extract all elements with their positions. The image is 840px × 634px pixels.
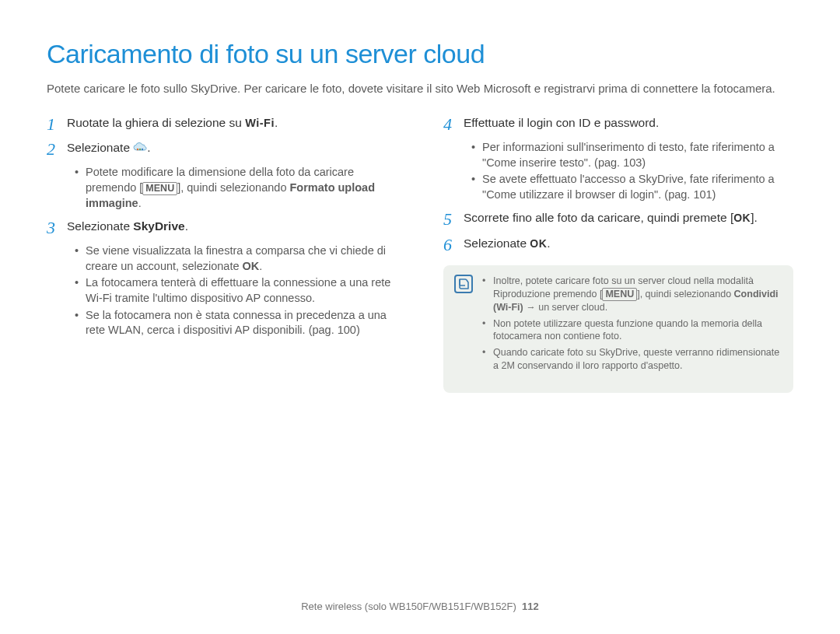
bullet: Potete modificare la dimensione della fo… <box>75 165 397 211</box>
page-title: Caricamento di foto su un server cloud <box>47 39 793 69</box>
cloud-icon <box>133 141 147 150</box>
left-column: 1 Ruotate la ghiera di selezione su Wi-F… <box>47 115 397 393</box>
svg-point-1 <box>139 149 141 150</box>
text: un server cloud. <box>538 302 607 313</box>
step-number: 3 <box>47 219 67 237</box>
svg-point-0 <box>137 149 138 150</box>
step-text: Scorrete fino alle foto da caricare, qui… <box>464 210 758 226</box>
text: . <box>259 260 262 272</box>
arrow: → <box>523 302 538 313</box>
page-footer: Rete wireless (solo WB150F/WB151F/WB152F… <box>0 601 840 612</box>
bold-text: OK <box>243 260 260 272</box>
step-number: 2 <box>47 140 67 159</box>
bullet: La fotocamera tenterà di effettuare la c… <box>75 275 397 306</box>
text: ], quindi selezionando <box>177 181 289 194</box>
step-text: Selezionate SkyDrive. <box>67 219 188 235</box>
right-column: 4 Effettuate il login con ID e password.… <box>443 115 793 393</box>
text: . <box>138 197 142 209</box>
note-bullets: Inoltre, potete caricare foto su un serv… <box>482 275 782 376</box>
text: . <box>275 116 278 129</box>
ok-label: OK <box>530 237 547 250</box>
step-text: Ruotate la ghiera di selezione su Wi-Fi. <box>67 115 278 131</box>
bullet: Quando caricate foto su SkyDrive, queste… <box>482 346 782 373</box>
text: Ruotate la ghiera di selezione su <box>67 116 245 129</box>
step-number: 6 <box>443 236 464 254</box>
step-number: 4 <box>443 115 464 134</box>
step-4: 4 Effettuate il login con ID e password. <box>443 115 793 134</box>
text: ], quindi selezionando <box>637 289 733 299</box>
page-number: 112 <box>522 601 539 612</box>
step-6: 6 Selezionate OK. <box>443 236 793 254</box>
text: . <box>147 141 150 154</box>
step-3: 3 Selezionate SkyDrive. <box>47 219 397 237</box>
bold-text: SkyDrive <box>133 219 184 233</box>
step-3-bullets: Se viene visualizzata la finestra a comp… <box>75 243 397 338</box>
note-icon <box>454 275 473 293</box>
bullet: Inoltre, potete caricare foto su un serv… <box>482 275 782 314</box>
bullet: Per informazioni sull'inserimento di tes… <box>471 140 793 170</box>
bullet: Se avete effettuato l'accesso a SkyDrive… <box>471 172 793 202</box>
bullet: Se viene visualizzata la finestra a comp… <box>75 243 397 274</box>
step-1: 1 Ruotate la ghiera di selezione su Wi-F… <box>47 115 397 134</box>
footer-text: Rete wireless (solo WB150F/WB151F/WB152F… <box>301 601 516 612</box>
text: Selezionate <box>67 219 133 233</box>
content-columns: 1 Ruotate la ghiera di selezione su Wi-F… <box>47 115 793 393</box>
text: Selezionate <box>464 236 530 250</box>
step-2: 2 Selezionate . <box>47 140 397 159</box>
step-text: Selezionate . <box>67 140 151 156</box>
bullet: Non potete utilizzare questa funzione qu… <box>482 317 782 344</box>
step-number: 1 <box>47 115 67 134</box>
ok-label: OK <box>733 212 751 224</box>
step-4-bullets: Per informazioni sull'inserimento di tes… <box>471 140 793 202</box>
step-text: Effettuate il login con ID e password. <box>464 115 659 131</box>
intro-text: Potete caricare le foto sullo SkyDrive. … <box>47 80 793 96</box>
text: Se viene visualizzata la finestra a comp… <box>86 244 386 272</box>
wifi-label: Wi-Fi <box>245 117 275 129</box>
step-text: Selezionate OK. <box>464 236 551 252</box>
page: Caricamento di foto su un server cloud P… <box>0 0 840 634</box>
bullet: Se la fotocamera non è stata connessa in… <box>75 308 397 338</box>
text: . <box>185 219 188 233</box>
text: . <box>547 236 550 250</box>
menu-label: MENU <box>602 288 637 301</box>
step-2-bullets: Potete modificare la dimensione della fo… <box>75 165 397 211</box>
menu-label: MENU <box>142 182 177 195</box>
svg-point-2 <box>142 149 143 150</box>
text: ]. <box>751 211 758 224</box>
text: Scorrete fino alle foto da caricare, qui… <box>464 211 733 224</box>
step-5: 5 Scorrete fino alle foto da caricare, q… <box>443 210 793 229</box>
note-box: Inoltre, potete caricare foto su un serv… <box>443 265 793 393</box>
step-number: 5 <box>443 210 464 229</box>
text: Selezionate <box>67 141 133 154</box>
